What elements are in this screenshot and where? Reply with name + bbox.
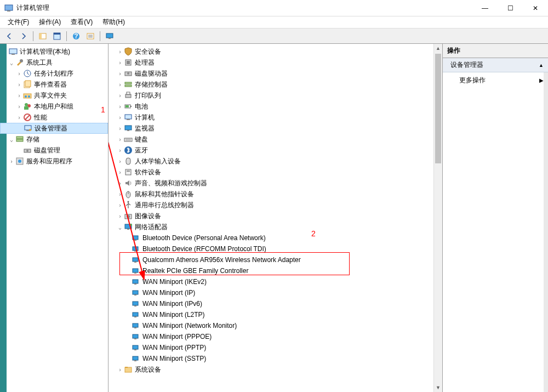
tree-performance[interactable]: › 性能 — [0, 112, 108, 123]
network-adapter-item[interactable]: WAN Miniport (IP) — [109, 287, 433, 298]
actions-group[interactable]: 设备管理器 ▲ — [443, 58, 548, 72]
svg-rect-76 — [134, 283, 136, 285]
network-adapter-item[interactable]: Realtek PCIe GBE Family Controller — [109, 265, 433, 276]
network-adapter-item[interactable]: WAN Miniport (SSTP) — [109, 353, 433, 364]
expand-icon[interactable]: › — [15, 93, 23, 99]
collapse-icon[interactable]: ⌄ — [8, 60, 15, 66]
performance-icon — [23, 113, 32, 122]
expand-icon[interactable]: › — [15, 104, 23, 110]
tree-system-tools[interactable]: ⌄ 系统工具 — [0, 57, 108, 68]
network-adapter-item[interactable]: WAN Miniport (PPPOE) — [109, 331, 433, 342]
network-adapter-item[interactable]: Bluetooth Device (Personal Area Network) — [109, 232, 433, 243]
scrollbar[interactable]: ▲ ▼ — [433, 44, 442, 392]
scroll-thumb[interactable] — [435, 54, 441, 163]
device-category-software-devices[interactable]: ›软件设备 — [109, 167, 433, 178]
svg-rect-44 — [127, 92, 130, 94]
network-icon — [124, 223, 133, 231]
expand-icon[interactable]: › — [116, 191, 124, 197]
maximize-button[interactable]: ☐ — [498, 0, 523, 16]
svg-rect-81 — [133, 313, 138, 316]
tree-storage[interactable]: ⌄ 存储 — [0, 134, 108, 145]
toolbar: ? — [0, 29, 548, 44]
expand-icon[interactable]: › — [116, 115, 124, 121]
expand-icon[interactable]: › — [116, 158, 124, 164]
view-list-button[interactable] — [84, 30, 96, 42]
expand-icon[interactable]: › — [8, 158, 15, 164]
scroll-down-icon[interactable]: ▼ — [434, 383, 442, 392]
device-category-security-devices[interactable]: ›安全设备 — [109, 46, 433, 57]
menu-file[interactable]: 文件(F) — [3, 16, 33, 28]
tree-local-users[interactable]: › 本地用户和组 — [0, 101, 108, 112]
device-category-imaging[interactable]: ›图像设备 — [109, 211, 433, 221]
expand-icon[interactable]: › — [116, 180, 124, 186]
device-category-usb-controllers[interactable]: ›通用串行总线控制器 — [109, 200, 433, 211]
menu-help[interactable]: 帮助(H) — [98, 16, 129, 28]
svg-rect-49 — [127, 119, 130, 120]
actions-more[interactable]: 更多操作 ▶ — [443, 72, 548, 88]
expand-icon[interactable]: › — [116, 60, 124, 66]
close-button[interactable]: ✕ — [523, 0, 548, 16]
expand-icon[interactable]: › — [116, 71, 124, 77]
help-button[interactable]: ? — [70, 30, 82, 42]
device-category-keyboards[interactable]: ›键盘 — [109, 134, 433, 145]
device-category-disk-drives[interactable]: ›磁盘驱动器 — [109, 68, 433, 79]
tree-shared-folders[interactable]: › 共享文件夹 — [0, 90, 108, 101]
scroll-up-icon[interactable]: ▲ — [434, 44, 442, 53]
network-adapter-item[interactable]: WAN Miniport (L2TP) — [109, 309, 433, 320]
device-category-bluetooth[interactable]: ›蓝牙 — [109, 145, 433, 156]
expand-icon[interactable]: › — [116, 202, 124, 208]
collapse-icon[interactable]: ⌄ — [116, 224, 124, 230]
menu-action[interactable]: 操作(A) — [35, 16, 65, 28]
collapse-triangle-icon[interactable]: ▲ — [539, 63, 544, 68]
network-adapter-item[interactable]: WAN Miniport (IKEv2) — [109, 276, 433, 287]
expand-icon[interactable]: › — [116, 49, 124, 55]
monitor-icon[interactable] — [104, 30, 116, 42]
minimize-button[interactable]: — — [472, 0, 498, 16]
console-tree[interactable]: 计算机管理(本地) ⌄ 系统工具 › 任务计划程序 › 事件查看器 › 共享文件… — [0, 44, 109, 392]
svg-rect-86 — [134, 338, 136, 339]
network-adapter-item[interactable]: WAN Miniport (Network Monitor) — [109, 320, 433, 331]
tree-disk-management[interactable]: 磁盘管理 — [0, 145, 108, 156]
device-category-processors[interactable]: ›处理器 — [109, 57, 433, 68]
expand-icon[interactable]: › — [116, 93, 124, 99]
properties-button[interactable] — [51, 30, 63, 42]
expand-icon[interactable]: › — [15, 71, 23, 77]
expand-icon[interactable]: › — [116, 104, 124, 110]
device-category-print-queues[interactable]: ›打印队列 — [109, 90, 433, 101]
expand-icon[interactable]: › — [116, 213, 124, 219]
svg-rect-85 — [133, 334, 138, 338]
nav-back-button[interactable] — [3, 30, 15, 42]
expand-icon[interactable]: › — [116, 82, 124, 88]
collapse-icon[interactable]: ⌄ — [8, 137, 15, 143]
device-category-monitors[interactable]: ›监视器 — [109, 123, 433, 134]
tree-services-apps[interactable]: › 服务和应用程序 — [0, 156, 108, 167]
expand-icon[interactable]: › — [15, 115, 23, 121]
expand-icon[interactable]: › — [15, 82, 23, 88]
expand-icon[interactable]: › — [116, 169, 124, 175]
expand-icon[interactable]: › — [116, 126, 124, 132]
device-category-mice[interactable]: ›鼠标和其他指针设备 — [109, 189, 433, 200]
device-category-hid[interactable]: ›人体学输入设备 — [109, 156, 433, 167]
tree-event-viewer[interactable]: › 事件查看器 — [0, 79, 108, 90]
device-tree[interactable]: ›安全设备›处理器›磁盘驱动器›存储控制器›打印队列›电池›计算机›监视器›键盘… — [109, 44, 433, 392]
expand-icon[interactable]: › — [116, 147, 124, 154]
network-adapter-icon — [132, 266, 140, 275]
nav-forward-button[interactable] — [18, 30, 30, 42]
menu-view[interactable]: 查看(V) — [66, 16, 97, 28]
network-adapter-item[interactable]: Qualcomm Atheros AR956x Wireless Network… — [109, 254, 433, 265]
network-adapter-item[interactable]: Bluetooth Device (RFCOMM Protocol TDI) — [109, 243, 433, 254]
device-category-storage-controllers[interactable]: ›存储控制器 — [109, 79, 433, 90]
network-adapter-item[interactable]: WAN Miniport (PPTP) — [109, 342, 433, 353]
device-category-system-devices[interactable]: ›系统设备 — [109, 364, 433, 375]
device-category-sound-video[interactable]: ›声音、视频和游戏控制器 — [109, 178, 433, 189]
device-category-batteries[interactable]: ›电池 — [109, 101, 433, 112]
show-hide-tree-button[interactable] — [37, 30, 49, 42]
expand-icon[interactable]: › — [116, 137, 124, 143]
network-adapter-item[interactable]: WAN Miniport (IPv6) — [109, 298, 433, 309]
device-category-computer[interactable]: ›计算机 — [109, 112, 433, 123]
tree-task-scheduler[interactable]: › 任务计划程序 — [0, 68, 108, 79]
device-category-network-adapters[interactable]: ⌄网络适配器 — [109, 221, 433, 232]
tree-root[interactable]: 计算机管理(本地) — [0, 46, 108, 57]
expand-icon[interactable]: › — [116, 367, 124, 373]
tree-device-manager[interactable]: 设备管理器 — [0, 123, 108, 134]
